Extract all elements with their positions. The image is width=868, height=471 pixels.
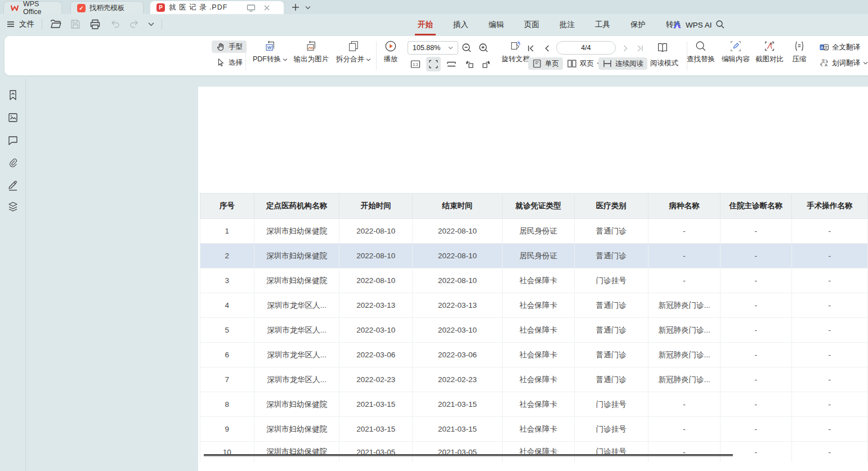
next-page-icon[interactable]	[620, 43, 630, 53]
column-header: 就诊凭证类型	[502, 194, 574, 219]
table-cell: 普通门诊	[574, 219, 648, 244]
ribbon-tab-page[interactable]: 页面	[521, 14, 542, 35]
search-icon[interactable]	[715, 19, 725, 29]
ribbon-tab-insert[interactable]: 插入	[450, 14, 471, 35]
single-page-button[interactable]: 单页	[528, 57, 563, 70]
layers-icon[interactable]	[7, 200, 19, 213]
table-cell: 2022-08-10	[339, 244, 413, 268]
ribbon-tab-tools[interactable]: 工具	[592, 14, 613, 35]
wps-ai-button[interactable]: WPS AI	[672, 14, 712, 35]
zoom-out-icon[interactable]	[460, 42, 473, 54]
page-number-input[interactable]: 4/4	[556, 41, 616, 55]
print-icon[interactable]	[89, 18, 101, 30]
word-translate-button[interactable]: 文A 划词翻译	[815, 57, 868, 69]
table-cell: 5	[200, 318, 254, 343]
fit-width-button[interactable]	[444, 57, 459, 71]
thumbnail-icon[interactable]	[7, 111, 19, 124]
table-cell: -	[721, 293, 792, 318]
table-cell: 7	[200, 367, 254, 392]
export-image-button[interactable]: 输出为图片	[288, 40, 335, 64]
select-tool-button[interactable]: 选择	[212, 56, 247, 69]
bookmark-icon[interactable]	[7, 89, 19, 101]
table-cell: -	[721, 392, 792, 417]
rotate-left-button[interactable]	[462, 57, 477, 71]
hand-tool-button[interactable]: 手型	[212, 41, 247, 53]
ribbon-tabs: 开始 插入 编辑 页面 批注 工具 保护 转换	[415, 14, 684, 35]
rotate-right-icon	[481, 59, 491, 69]
signature-icon[interactable]	[7, 179, 19, 191]
close-icon[interactable]	[262, 3, 272, 13]
tab-document-pdf[interactable]: P 就 医 记 录 .PDF	[150, 1, 284, 14]
continuous-reading-button[interactable]: 连续阅读	[598, 57, 647, 70]
table-cell: 深圳市妇幼保健院	[254, 244, 339, 268]
select-icon	[216, 57, 226, 68]
file-menu-button[interactable]: 文件	[6, 19, 34, 29]
table-cell: 居民身份证	[502, 219, 574, 244]
chevron-down-icon[interactable]	[305, 6, 311, 10]
medical-records-table: 序号定点医药机构名称开始时间结束时间就诊凭证类型医疗类别病种名称住院主诊断名称手…	[200, 193, 868, 462]
tab-wps-home[interactable]: WPS Office	[3, 1, 62, 14]
prev-page-icon[interactable]	[542, 43, 552, 53]
pdf-page[interactable]: 序号定点医药机构名称开始时间结束时间就诊凭证类型医疗类别病种名称住院主诊断名称手…	[198, 87, 868, 471]
table-cell: 4	[200, 293, 254, 318]
ribbon-tab-comment[interactable]: 批注	[557, 14, 578, 35]
table-cell: 2022-08-10	[413, 244, 503, 268]
table-bottom-border	[204, 454, 733, 456]
column-header: 开始时间	[339, 194, 413, 219]
table-cell: 2	[200, 244, 254, 268]
side-panel-bar	[0, 79, 26, 471]
first-page-icon[interactable]	[526, 43, 536, 53]
export-image-label: 输出为图片	[294, 55, 329, 64]
table-row: 2深圳市妇幼保健院2022-08-102022-08-10居民身份证普通门诊--…	[200, 244, 868, 268]
split-merge-icon	[347, 40, 360, 52]
table-row: 6深圳市龙华区人...2022-03-062022-03-06社会保障卡普通门诊…	[200, 343, 868, 367]
chevron-down-icon[interactable]	[148, 22, 154, 26]
table-cell: 深圳市妇幼保健院	[254, 268, 339, 293]
pdf-convert-button[interactable]: W PDF转换	[247, 40, 294, 64]
continuous-reading-label: 连续阅读	[615, 59, 643, 69]
table-row: 7深圳市龙华区人...2022-02-232022-02-23社会保障卡普通门诊…	[200, 367, 868, 392]
rotate-doc-icon	[509, 40, 522, 52]
table-cell: -	[721, 417, 792, 442]
chevron-down-icon	[283, 58, 288, 61]
svg-text:文: 文	[824, 45, 829, 50]
table-row: 10深圳市妇幼保健院2021-03-052021-03-05社会保障卡门诊挂号-…	[200, 442, 868, 463]
monitor-icon[interactable]	[246, 3, 256, 13]
continuous-icon	[602, 59, 612, 69]
zoom-in-icon[interactable]	[477, 42, 490, 54]
full-translate-label: 全文翻译	[832, 43, 860, 52]
read-mode-icon[interactable]	[656, 42, 669, 54]
svg-text:1:1: 1:1	[413, 62, 418, 66]
full-translate-icon: A文	[819, 42, 829, 52]
comment-icon[interactable]	[7, 134, 19, 146]
attachment-icon[interactable]	[7, 156, 19, 169]
full-translate-button[interactable]: A文 全文翻译	[815, 41, 864, 53]
ribbon-tab-home[interactable]: 开始	[415, 14, 436, 35]
folder-open-icon[interactable]	[50, 18, 62, 30]
table-cell: 普通门诊	[574, 367, 648, 392]
new-tab-icon[interactable]	[290, 2, 301, 12]
play-icon	[384, 40, 397, 52]
fit-page-button[interactable]	[426, 57, 441, 71]
play-button[interactable]: 播放	[368, 40, 413, 64]
tab-docer-templates[interactable]: ✓ 找稻壳模板	[70, 1, 144, 14]
ribbon-tab-edit[interactable]: 编辑	[486, 14, 507, 35]
undo-icon[interactable]	[109, 18, 121, 30]
redo-icon[interactable]	[128, 18, 141, 30]
column-header: 病种名称	[648, 194, 721, 219]
chevron-down-icon	[863, 61, 868, 65]
table-cell: 2022-02-23	[339, 367, 413, 392]
table-cell: 深圳市龙华区人...	[254, 318, 339, 343]
table-cell: 社会保障卡	[502, 343, 574, 367]
zoom-level-select[interactable]: 105.88%	[408, 41, 458, 55]
column-header: 结束时间	[413, 194, 503, 219]
ribbon-tab-protect[interactable]: 保护	[628, 14, 648, 35]
table-row: 3深圳市妇幼保健院2022-08-102022-08-10社会保障卡门诊挂号--…	[200, 268, 868, 293]
save-icon[interactable]	[69, 18, 82, 30]
compress-button[interactable]: 压缩	[780, 40, 819, 64]
word-translate-icon: 文A	[819, 58, 829, 68]
last-page-icon[interactable]	[635, 43, 645, 53]
table-cell: 8	[200, 392, 254, 417]
actual-size-button[interactable]: 1:1	[408, 57, 423, 71]
export-image-icon	[305, 40, 317, 52]
